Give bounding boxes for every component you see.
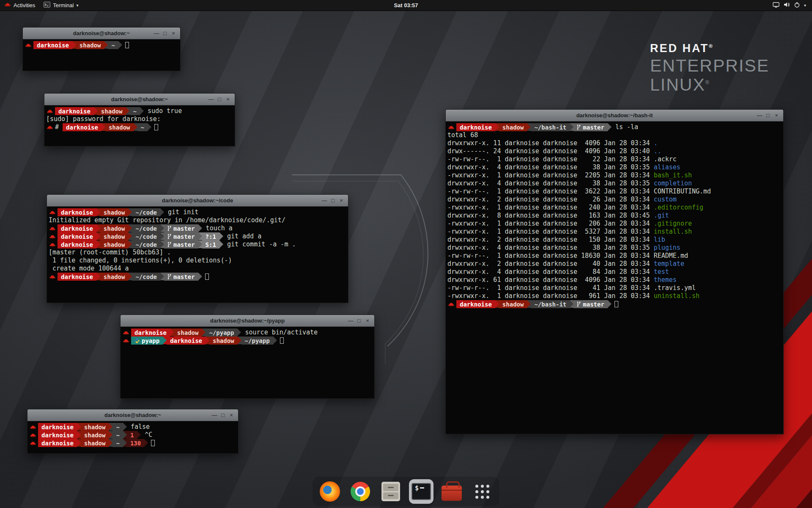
powerline-arrow-icon [104,41,108,49]
powerline-arrow-icon [570,123,573,131]
terminal-cursor [205,273,209,280]
titlebar[interactable]: darknoise@shadow:~ — □ × [44,94,235,105]
file-name: . [654,139,658,147]
powerline-arrow-icon [160,224,164,232]
maximize-button[interactable]: □ [764,110,772,121]
powerline-arrow-icon [160,208,164,216]
close-button[interactable]: × [337,195,346,207]
minimize-button[interactable]: — [210,409,219,421]
prompt-segment-path: ~/code [132,273,160,281]
prompt-segment-gitstat: S:1 [202,240,219,248]
titlebar[interactable]: darknoise@shadow:~/code — □ × [47,195,348,207]
terminal-text: -rwxrwxr-x. 1 darknoise darknoise 206 Ja… [447,220,654,228]
terminal-line: -rwxrwxr-x. 1 darknoise darknoise 206 Ja… [447,220,782,228]
close-button[interactable]: × [169,28,178,39]
system-status-area[interactable]: ▾ [769,0,809,11]
powerline-arrow-icon [144,439,148,447]
prompt-segment-user: darknoise [58,208,96,216]
app-menu-button[interactable]: Terminal ▾ [39,0,82,11]
terminal-content[interactable]: darknoiseshadow~ [23,40,180,71]
maximize-button[interactable]: □ [215,94,224,105]
terminal-text: drwxrwxr-x. 4 darknoise darknoise 38 Jan… [447,179,654,188]
file-name: custom [654,196,677,204]
minimize-button[interactable]: — [346,315,355,327]
maximize-button[interactable]: □ [219,409,227,421]
terminal-text: -rwxrwxr-x. 1 darknoise darknoise 240 Ja… [447,204,654,212]
powerline-arrow-icon [123,431,127,439]
minimize-button[interactable]: — [207,94,215,105]
close-button[interactable]: × [227,409,236,421]
terminal-content[interactable]: darknoiseshadow~ falsedarknoiseshadow~1 … [27,422,238,453]
redhat-prompt-icon [46,107,55,115]
terminal-text: [master (root-commit) 50bcb63] . [49,248,171,257]
prompt-segment-host: shadow [100,240,129,248]
dock-item-files[interactable] [379,479,403,504]
dock-item-show-applications[interactable] [470,479,494,504]
prompt-segment-host: shadow [81,423,109,431]
window-title: darknoise@shadow:~ [111,96,168,102]
terminal-line: darknoiseshadow~/bash-itmaster ls -la [447,123,782,131]
terminal-text: drwxrwxr-x. 61 darknoise darknoise 4096 … [447,276,654,284]
terminal-line: -rwxrwxr-x. 1 darknoise darknoise 2205 J… [447,171,782,179]
file-name: .ackrc [654,155,677,163]
terminal-content[interactable]: darknoiseshadow~ sudo true[sudo] passwor… [44,106,235,146]
minimize-button[interactable]: — [152,28,161,39]
terminal-line: drwxrwxr-x. 4 darknoise darknoise 38 Jan… [447,179,782,188]
git-branch-icon [167,274,171,279]
file-name: bash_it.sh [654,171,692,179]
terminal-text: touch a [202,224,233,232]
terminal-content[interactable]: darknoiseshadow~/pyapp source bin/activa… [121,327,374,398]
maximize-button[interactable]: □ [355,315,363,327]
terminal-window-code: darknoise@shadow:~/code — □ × darknoises… [47,194,348,303]
powerline-arrow-icon [123,423,127,431]
maximize-button[interactable]: □ [161,28,169,39]
app-menu-label: Terminal [53,2,74,8]
prompt-segment-user: darknoise [131,329,170,337]
terminal-content[interactable]: darknoiseshadow~/bash-itmaster ls -latot… [446,122,783,434]
terminal-text: -rw-rw-r--. 1 darknoise darknoise 18630 … [447,252,654,260]
terminal-window-sudo: darknoise@shadow:~ — □ × darknoiseshadow… [44,93,235,146]
powerline-arrow-icon [219,240,223,248]
prompt-segment-user: darknoise [456,123,495,131]
prompt-segment-host: shadow [100,224,129,232]
terminal-content[interactable]: darknoiseshadow~/code git initInitialize… [47,207,348,303]
dock [313,477,499,506]
powerline-arrow-icon [96,232,100,240]
minimize-button[interactable]: — [755,110,764,121]
titlebar[interactable]: darknoise@shadow:~/bash-it — □ × [446,110,783,121]
terminal-text: drwxrwxr-x. 2 darknoise darknoise 40 Jan… [447,260,654,268]
dock-item-terminal[interactable] [409,479,433,504]
prompt-segment-git: master [164,273,198,281]
git-branch-icon [577,301,581,307]
powerline-arrow-icon [96,240,100,248]
prompt-segment-host: shadow [174,329,202,337]
titlebar[interactable]: darknoise@shadow:~/pyapp — □ × [121,315,374,327]
activities-button[interactable]: Activities [0,0,39,11]
prompt-segment-path: ~/code [132,232,160,240]
titlebar[interactable]: darknoise@shadow:~ — □ × [27,409,238,421]
terminal-line: create mode 100644 a [49,265,346,273]
titlebar[interactable]: darknoise@shadow:~ — □ × [23,28,180,39]
powerline-arrow-icon [219,232,223,240]
dock-item-toolbox[interactable] [439,479,464,504]
close-button[interactable]: × [224,94,232,105]
terminal-text: [sudo] password for darknoise: [46,115,165,123]
powerline-arrow-icon [137,431,141,439]
terminal-line: darknoiseshadow~/codemaster?:1 git add a [49,232,346,240]
close-button[interactable]: × [772,110,781,121]
close-button[interactable]: × [363,315,372,327]
dock-item-firefox[interactable] [318,479,342,504]
terminal-text: create mode 100644 a [49,265,129,273]
terminal-text: git add a [223,232,261,240]
terminal-line: -rw-rw-r--. 1 darknoise darknoise 22 Jan… [447,155,782,163]
powerline-arrow-icon [94,107,98,115]
dock-item-chrome[interactable] [348,479,373,504]
terminal-window-home-2: darknoise@shadow:~ — □ × darknoiseshadow… [27,409,239,454]
terminal-line: pyappdarknoiseshadow~/pyapp [122,337,373,345]
terminal-text: -rw-rw-r--. 1 darknoise darknoise 41 Jan… [447,284,654,292]
maximize-button[interactable]: □ [329,195,337,207]
minimize-button[interactable]: — [320,195,329,207]
terminal-cursor [280,337,284,344]
clock[interactable]: Sat 03:57 [394,2,418,8]
prompt-segment-host: shadow [499,300,527,308]
